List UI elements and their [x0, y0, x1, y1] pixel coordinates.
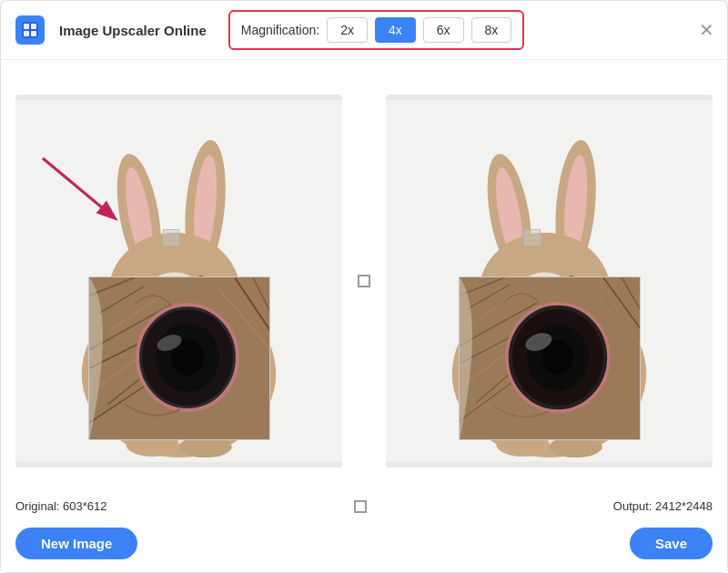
output-image-panel [386, 95, 713, 467]
mag-4x-button[interactable]: 4x [375, 17, 416, 43]
images-row [15, 69, 713, 492]
mag-2x-button[interactable]: 2x [327, 17, 368, 43]
app-header: Image Upscaler Online Magnification: 2x … [1, 1, 727, 60]
original-size-label: Original: 603*612 [15, 499, 106, 513]
selector-square[interactable] [163, 229, 179, 246]
close-button[interactable]: ✕ [699, 21, 714, 39]
output-selector-square[interactable] [524, 229, 541, 246]
output-size-label: Output: 2412*2448 [613, 499, 713, 513]
save-button[interactable]: Save [630, 528, 713, 559]
svg-rect-4 [31, 31, 36, 36]
app-logo [15, 15, 45, 45]
mag-8x-button[interactable]: 8x [471, 17, 512, 43]
svg-rect-2 [31, 24, 36, 29]
divider-square-icon [358, 275, 370, 287]
arrow-indicator [34, 149, 143, 244]
new-image-button[interactable]: New Image [15, 528, 137, 559]
footer: New Image Save [1, 518, 727, 572]
magnification-label: Magnification: [241, 23, 319, 37]
svg-rect-1 [24, 24, 29, 29]
mag-6x-button[interactable]: 6x [423, 17, 464, 43]
center-divider [351, 275, 377, 287]
zoom-overlay-original [88, 276, 270, 440]
svg-line-26 [43, 158, 114, 217]
zoom-overlay-output [459, 276, 641, 440]
info-row: Original: 603*612 Output: 2412*2448 [15, 492, 713, 518]
svg-rect-3 [24, 31, 29, 36]
main-content: Original: 603*612 Output: 2412*2448 [1, 60, 727, 518]
app-window: Image Upscaler Online Magnification: 2x … [0, 0, 728, 573]
magnification-group: Magnification: 2x 4x 6x 8x [228, 10, 525, 50]
info-center-square [354, 500, 367, 513]
original-image-panel [15, 95, 342, 467]
app-title: Image Upscaler Online [59, 23, 207, 38]
